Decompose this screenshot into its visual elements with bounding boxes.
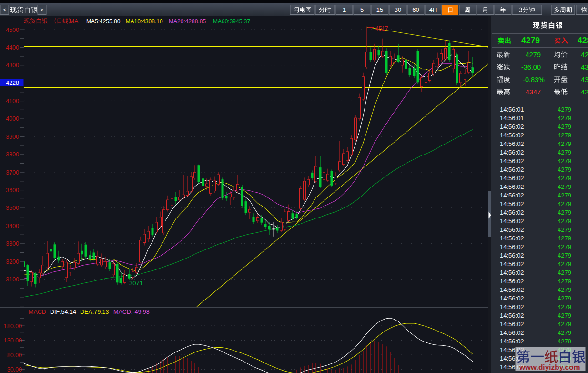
svg-text:14:56:02: 14:56:02: [500, 252, 524, 259]
svg-text:3500: 3500: [6, 205, 19, 211]
svg-text:14:56:02: 14:56:02: [500, 303, 524, 311]
svg-text:4279: 4279: [558, 303, 571, 311]
svg-text:4279: 4279: [558, 278, 571, 285]
svg-text:14:56:02: 14:56:02: [500, 192, 524, 199]
svg-text:60: 60: [412, 6, 419, 13]
svg-text:4228: 4228: [6, 80, 19, 86]
svg-text:14:56:02: 14:56:02: [500, 286, 524, 293]
svg-text:14:56:02: 14:56:02: [500, 243, 524, 250]
svg-text:3700: 3700: [6, 169, 19, 176]
svg-text:4279: 4279: [558, 114, 571, 122]
svg-text:DIF:54.14: DIF:54.14: [50, 309, 76, 315]
svg-text:4312: 4312: [581, 76, 588, 83]
svg-text:3100: 3100: [6, 276, 19, 283]
svg-text:14:56:02: 14:56:02: [500, 295, 524, 302]
svg-text:MACD:-49.98: MACD:-49.98: [113, 309, 150, 315]
svg-text:4279: 4279: [558, 218, 571, 225]
svg-text:4500: 4500: [6, 27, 19, 33]
svg-text:-36.00: -36.00: [521, 63, 541, 71]
svg-text:DEA:79.13: DEA:79.13: [80, 309, 109, 315]
svg-text:14:56:01: 14:56:01: [500, 114, 524, 122]
svg-text:MA10:4308.10: MA10:4308.10: [126, 18, 163, 25]
svg-text:4279: 4279: [558, 286, 571, 293]
svg-text:14:56:02: 14:56:02: [500, 149, 524, 156]
svg-text:4400: 4400: [6, 44, 19, 51]
svg-text:www.diyizby.com: www.diyizby.com: [519, 363, 580, 371]
svg-text:3800: 3800: [6, 151, 19, 158]
svg-text:14:56:02: 14:56:02: [500, 269, 524, 276]
svg-text:14:56:02: 14:56:02: [500, 312, 524, 319]
svg-text:4300: 4300: [6, 62, 19, 69]
svg-text:-0.83%: -0.83%: [523, 76, 545, 83]
svg-text:4279: 4279: [558, 157, 571, 165]
svg-text:14:56:02: 14:56:02: [500, 140, 524, 147]
svg-text:4517: 4517: [375, 25, 388, 32]
svg-text:5: 5: [360, 6, 364, 13]
svg-text:<: <: [3, 7, 6, 13]
svg-text:14:56:02: 14:56:02: [500, 200, 524, 207]
svg-text:4347: 4347: [526, 88, 541, 96]
svg-text:4279: 4279: [558, 200, 571, 207]
svg-text:130.00: 130.00: [4, 337, 22, 344]
svg-text:14:56:02: 14:56:02: [500, 157, 524, 165]
svg-text:14:56:02: 14:56:02: [500, 226, 524, 233]
svg-text:4279: 4279: [558, 106, 571, 113]
svg-text:4279: 4279: [558, 183, 571, 190]
svg-text:4279: 4279: [558, 252, 571, 259]
svg-text:3900: 3900: [6, 134, 19, 140]
svg-text:4279: 4279: [558, 235, 571, 242]
svg-text:3071: 3071: [129, 280, 143, 287]
svg-text:4279: 4279: [558, 338, 571, 345]
svg-text:3300: 3300: [6, 240, 19, 247]
svg-text:MA: MA: [70, 18, 79, 25]
svg-text:14:56:02: 14:56:02: [500, 175, 524, 182]
svg-text:MA5:4255.80: MA5:4255.80: [86, 18, 121, 25]
svg-text:4279: 4279: [558, 329, 571, 336]
svg-text:14:56:02: 14:56:02: [500, 132, 524, 139]
svg-text:14:56:02: 14:56:02: [500, 235, 524, 242]
svg-text:4279: 4279: [526, 51, 541, 59]
svg-text:15: 15: [376, 6, 383, 13]
svg-text:4279: 4279: [558, 123, 571, 130]
svg-text:14:56:02: 14:56:02: [500, 209, 524, 216]
svg-text:3200: 3200: [6, 259, 19, 265]
svg-text:4279: 4279: [558, 149, 571, 156]
svg-text:MA20:4288.85: MA20:4288.85: [169, 18, 206, 25]
svg-text:80.00: 80.00: [7, 352, 22, 359]
svg-text:14:56:02: 14:56:02: [500, 166, 524, 173]
svg-text:4279: 4279: [558, 226, 571, 233]
svg-text:>: >: [40, 7, 43, 13]
svg-text:4315: 4315: [581, 63, 588, 71]
svg-text:14:56:01: 14:56:01: [500, 106, 524, 113]
svg-text:14:56:02: 14:56:02: [500, 260, 524, 268]
svg-text:30: 30: [395, 6, 401, 13]
svg-text:4279: 4279: [558, 192, 571, 199]
svg-text:4100: 4100: [6, 98, 19, 104]
svg-text:14:56:02: 14:56:02: [500, 338, 524, 345]
svg-text:4279: 4279: [558, 132, 571, 139]
svg-text:4279: 4279: [558, 260, 571, 268]
svg-text:14:56:02: 14:56:02: [500, 183, 524, 190]
svg-text:4H: 4H: [429, 6, 437, 13]
svg-text:14:56:02: 14:56:02: [500, 218, 524, 225]
svg-text:MA60:3945.37: MA60:3945.37: [213, 18, 250, 25]
svg-text:30.00: 30.00: [7, 366, 22, 373]
svg-text:4279: 4279: [558, 243, 571, 250]
svg-text:3600: 3600: [6, 187, 19, 194]
svg-text:4279: 4279: [558, 140, 571, 147]
svg-text:4279: 4279: [558, 209, 571, 216]
svg-text:14:56:02: 14:56:02: [500, 329, 524, 336]
svg-text:4279: 4279: [558, 175, 571, 182]
svg-text:MACD: MACD: [29, 309, 46, 315]
svg-text:14:56:02: 14:56:02: [500, 123, 524, 130]
svg-text:4279: 4279: [521, 36, 540, 45]
svg-text:1: 1: [343, 6, 346, 13]
svg-text:180.00: 180.00: [4, 323, 22, 330]
svg-text:4284: 4284: [578, 36, 588, 45]
svg-text:4279: 4279: [558, 269, 571, 276]
svg-text:4279: 4279: [558, 295, 571, 302]
svg-text:4223: 4223: [581, 88, 588, 96]
svg-text:14:56:02: 14:56:02: [500, 321, 524, 328]
svg-text:4000: 4000: [6, 115, 19, 122]
svg-text:4284: 4284: [581, 51, 588, 59]
